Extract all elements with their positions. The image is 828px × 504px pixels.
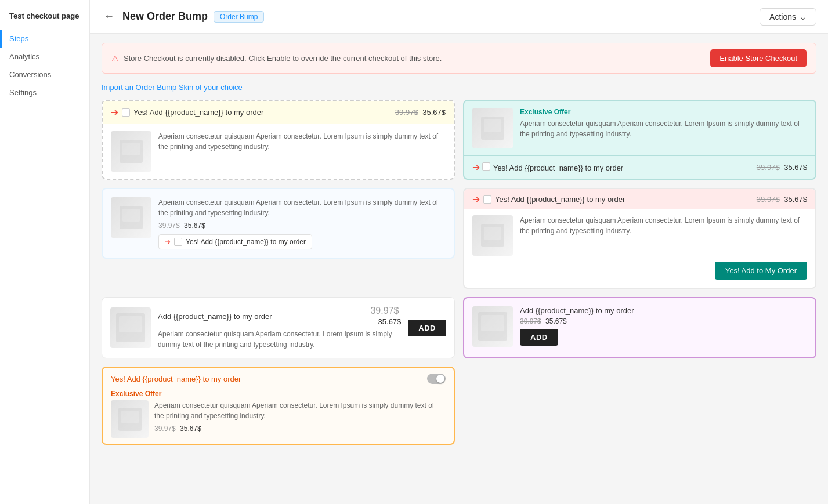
card-7-description: Aperiam consectetur quisquam Aperiam con… xyxy=(154,400,446,421)
card-2-body: Aperiam consectetur quisquam Aperiam con… xyxy=(103,189,454,258)
card-7-toggle[interactable] xyxy=(427,374,446,384)
svg-rect-5 xyxy=(122,209,140,222)
card-5-original-price: 39.97$ xyxy=(370,306,399,316)
card-7-exclusive-label: Exclusive Offer xyxy=(111,390,446,398)
content-area: ⚠ Store Checkout is currently disabled. … xyxy=(90,34,828,504)
yes-add-to-order-button[interactable]: Yes! Add to My Order xyxy=(715,262,807,280)
card-3-body: Exclusive Offer Aperiam consectetur quis… xyxy=(464,101,815,155)
sidebar-title: Test checkout page xyxy=(0,7,89,30)
sidebar-item-analytics[interactable]: Analytics xyxy=(0,48,89,66)
alert-message: ⚠ Store Checkout is currently disabled. … xyxy=(111,54,442,63)
card-3-checkbox[interactable] xyxy=(482,162,490,171)
actions-button[interactable]: Actions ⌄ xyxy=(760,8,816,26)
card-3-product-image xyxy=(472,108,513,148)
card-6-title: Add {{product_name}} to my order xyxy=(520,306,634,315)
card-1-sale-price: 35.67$ xyxy=(422,108,446,117)
card-3-description: Aperiam consectetur quisquam Aperiam con… xyxy=(520,118,807,139)
svg-rect-9 xyxy=(119,316,142,332)
card-6: Add {{product_name}} to my order 39.97$ … xyxy=(463,297,816,358)
card-6-product-image xyxy=(472,306,513,347)
card-7-product-image xyxy=(111,400,149,438)
card-1-cta-label: Yes! Add {{product_name}} to my order xyxy=(133,108,263,117)
card-2-cta-button[interactable]: ➔ Yes! Add {{product_name}} to my order xyxy=(158,234,312,249)
card-4: ➔ Yes! Add {{product_name}} to my order … xyxy=(463,188,816,289)
card-5-product-image xyxy=(110,307,151,348)
card-7: Yes! Add {{product_name}} to my order Ex… xyxy=(102,367,455,445)
chevron-down-icon: ⌄ xyxy=(800,12,807,21)
card-1-body: Aperiam consectetur quisquam Aperiam con… xyxy=(103,124,454,179)
card-3-original-price: 39.97$ xyxy=(757,163,780,172)
card-7-sale-price: 35.67$ xyxy=(180,425,201,433)
card-6-original-price: 39.97$ xyxy=(520,317,541,325)
card-5-sale-price: 35.67$ xyxy=(378,317,402,326)
sidebar-item-conversions[interactable]: Conversions xyxy=(0,66,89,84)
card-5: Add {{product_name}} to my order 39.97$ … xyxy=(102,297,455,358)
card-6-add-button[interactable]: ADD xyxy=(520,329,558,346)
card-7-header: Yes! Add {{product_name}} to my order xyxy=(103,368,454,390)
cards-grid: ➔ Yes! Add {{product_name}} to my order … xyxy=(102,100,816,445)
main-content: ← New Order Bump Order Bump Actions ⌄ ⚠ … xyxy=(90,0,828,504)
card-1-description: Aperiam consectetur quisquam Aperiam con… xyxy=(158,131,446,152)
warning-icon: ⚠ xyxy=(111,54,119,63)
card-4-product-image xyxy=(472,215,513,256)
card-1-original-price: 39.97$ xyxy=(395,108,418,117)
card-2-original-price: 39.97$ xyxy=(158,222,180,230)
svg-rect-3 xyxy=(484,119,501,132)
page-header: ← New Order Bump Order Bump Actions ⌄ xyxy=(90,0,828,34)
card-2-product-image xyxy=(111,197,151,238)
back-button[interactable]: ← xyxy=(102,10,117,23)
header-left: ← New Order Bump Order Bump xyxy=(102,10,264,23)
card-3-cta-label: Yes! Add {{product_name}} to my order xyxy=(493,164,623,172)
card-3: Exclusive Offer Aperiam consectetur quis… xyxy=(463,100,816,180)
enable-store-checkout-button[interactable]: Enable Store Checkout xyxy=(710,49,807,67)
card-1-checkbox[interactable] xyxy=(122,108,130,117)
card-1-header: ➔ Yes! Add {{product_name}} to my order … xyxy=(103,101,454,124)
import-skin-link[interactable]: Import an Order Bump Skin of your choice xyxy=(102,83,816,92)
sidebar: Test checkout page Steps Analytics Conve… xyxy=(0,0,90,504)
card-4-arrow-icon: ➔ xyxy=(472,194,480,205)
svg-rect-13 xyxy=(121,411,139,423)
card-1: ➔ Yes! Add {{product_name}} to my order … xyxy=(102,100,455,180)
inner-arrow-icon: ➔ xyxy=(165,238,171,246)
card-5-description: Aperiam consectetur quisquam Aperiam con… xyxy=(158,329,401,350)
svg-rect-7 xyxy=(484,227,501,240)
svg-rect-11 xyxy=(481,315,504,331)
card-4-sale-price: 35.67$ xyxy=(784,195,807,204)
card-3-exclusive-label: Exclusive Offer xyxy=(520,108,807,116)
card-2: Aperiam consectetur quisquam Aperiam con… xyxy=(102,188,455,259)
card-7-original-price: 39.97$ xyxy=(154,425,176,433)
card-4-description: Aperiam consectetur quisquam Aperiam con… xyxy=(520,215,807,236)
card-4-checkbox[interactable] xyxy=(483,195,491,204)
svg-rect-1 xyxy=(122,143,140,155)
alert-banner: ⚠ Store Checkout is currently disabled. … xyxy=(102,43,816,74)
card-5-title: Add {{product_name}} to my order xyxy=(158,312,272,321)
card-4-header: ➔ Yes! Add {{product_name}} to my order … xyxy=(464,189,815,209)
card-2-cta-label: Yes! Add {{product_name}} to my order xyxy=(186,238,306,246)
card-3-sale-price: 35.67$ xyxy=(784,163,807,172)
card-7-cta-label: Yes! Add {{product_name}} to my order xyxy=(111,375,241,383)
card-3-arrow-icon: ➔ xyxy=(472,162,480,172)
card-7-body: Exclusive Offer Aperiam consectetur quis… xyxy=(103,390,454,444)
sidebar-item-steps[interactable]: Steps xyxy=(0,30,89,48)
card-3-footer: ➔ Yes! Add {{product_name}} to my order … xyxy=(464,155,815,179)
card-5-add-button[interactable]: ADD xyxy=(408,320,446,336)
card-4-cta-label: Yes! Add {{product_name}} to my order xyxy=(495,195,625,204)
sidebar-item-settings[interactable]: Settings xyxy=(0,84,89,101)
arrow-right-icon: ➔ xyxy=(111,107,118,118)
card-5-body: Add {{product_name}} to my order 39.97$ … xyxy=(102,298,454,358)
page-title: New Order Bump xyxy=(122,10,208,23)
card-6-sale-price: 35.67$ xyxy=(545,317,567,325)
card-2-description: Aperiam consectetur quisquam Aperiam con… xyxy=(158,197,446,218)
card-1-product-image xyxy=(111,131,151,172)
card-2-container: ➔ Aperiam consectetur quisquam Aperiam c… xyxy=(102,188,455,289)
card-4-original-price: 39.97$ xyxy=(757,195,780,204)
order-bump-badge: Order Bump xyxy=(214,11,264,23)
card-6-body: Add {{product_name}} to my order 39.97$ … xyxy=(464,298,815,355)
card-4-body: Aperiam consectetur quisquam Aperiam con… xyxy=(464,209,815,262)
card-2-sale-price: 35.67$ xyxy=(184,222,205,230)
